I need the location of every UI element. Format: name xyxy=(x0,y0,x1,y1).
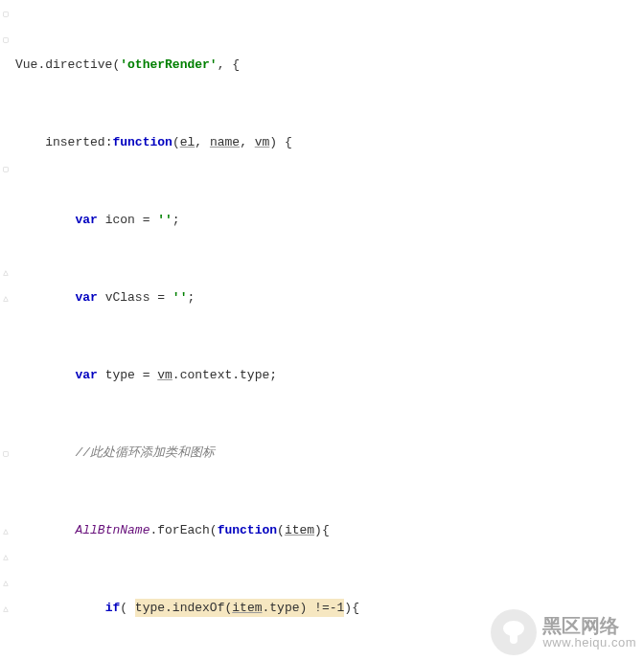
code-line: inserted:function(el, name, vm) { xyxy=(15,129,644,155)
fold-end-icon: △ xyxy=(0,261,12,286)
fold-icon: ▢ xyxy=(0,442,12,467)
svg-rect-1 xyxy=(510,632,518,644)
code-line: //此处循环添加类和图标 xyxy=(15,440,644,466)
fold-icon: ▢ xyxy=(0,157,12,183)
fold-end-icon: △ xyxy=(0,545,12,571)
code-line: var vClass = ''; xyxy=(15,285,644,310)
fold-end-icon: △ xyxy=(0,597,12,623)
fold-end-icon: △ xyxy=(0,286,12,312)
code-line: Vue.directive('otherRender', { xyxy=(15,52,644,78)
fold-end-icon: △ xyxy=(0,519,12,545)
watermark: 黑区网络 www.heiqu.com xyxy=(491,609,636,655)
watermark-text: 黑区网络 www.heiqu.com xyxy=(542,615,636,650)
code-line: var icon = ''; xyxy=(15,207,644,233)
fold-icon: ▢ xyxy=(0,2,12,28)
mushroom-icon xyxy=(491,609,537,655)
code-area: Vue.directive('otherRender', { inserted:… xyxy=(12,0,644,661)
code-line: AllBtnName.forEach(function(item){ xyxy=(15,517,644,543)
code-editor: ▢ ▢ ▢ △ △ ▢ △ △ △ △ Vue.directive('other… xyxy=(0,0,644,661)
code-line: var type = vm.context.type; xyxy=(15,362,644,388)
watermark-title: 黑区网络 xyxy=(542,615,636,636)
watermark-url: www.heiqu.com xyxy=(542,636,636,650)
fold-icon: ▢ xyxy=(0,28,12,54)
fold-end-icon: △ xyxy=(0,571,12,597)
gutter: ▢ ▢ ▢ △ △ ▢ △ △ △ △ xyxy=(0,0,12,661)
